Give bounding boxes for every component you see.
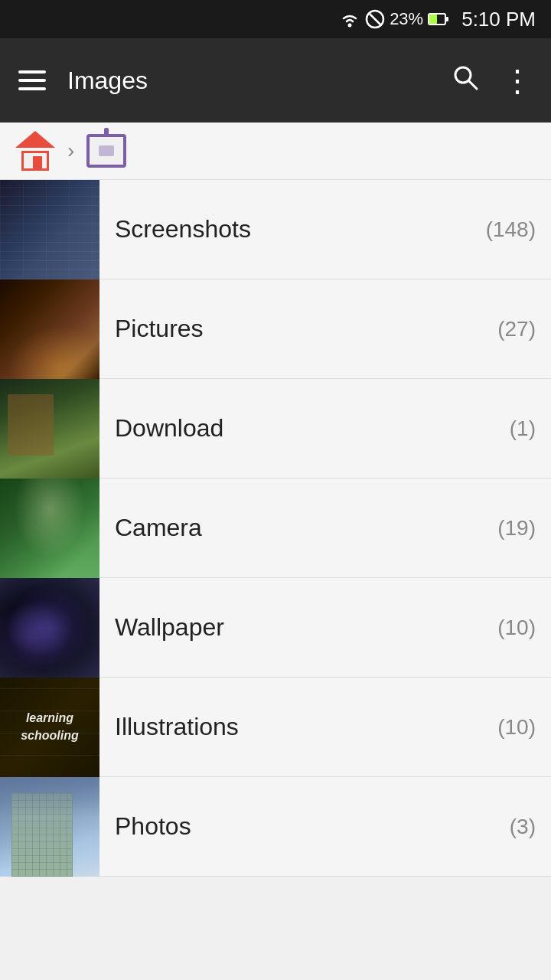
svg-rect-4: [445, 17, 448, 21]
toolbar-title: Images: [67, 67, 148, 95]
menu-button[interactable]: [18, 70, 46, 90]
toolbar: Images ⋮: [0, 38, 551, 122]
folder-name: Pictures: [115, 315, 204, 343]
more-button[interactable]: ⋮: [502, 65, 533, 96]
search-button[interactable]: [452, 64, 479, 97]
folder-count: (3): [510, 815, 536, 839]
list-item[interactable]: Download (1): [0, 379, 551, 479]
folder-count: (148): [486, 217, 536, 242]
folder-count: (1): [510, 416, 536, 441]
list-item[interactable]: Pictures (27): [0, 279, 551, 379]
folder-list: Screenshots (148) Pictures (27) Download…: [0, 180, 551, 877]
folder-name: Camera: [115, 514, 202, 542]
thumbnail-screenshots: [0, 180, 99, 279]
svg-point-0: [348, 24, 352, 28]
building-shape: [11, 792, 73, 877]
list-item-info: Photos (3): [99, 812, 551, 841]
toolbar-left: Images: [18, 67, 148, 95]
list-item-info: Camera (19): [99, 514, 551, 542]
breadcrumb: ›: [0, 122, 551, 180]
list-item-info: Pictures (27): [99, 315, 551, 343]
status-bar: 23% 5:10 PM: [0, 0, 551, 38]
folder-name: Wallpaper: [115, 613, 224, 642]
thumbnail-camera: [0, 479, 99, 578]
status-icons: 23%: [339, 9, 449, 29]
chalk-text: learningschooling: [21, 710, 79, 744]
svg-line-2: [369, 13, 381, 25]
list-item[interactable]: Wallpaper (10): [0, 578, 551, 678]
list-item[interactable]: Camera (19): [0, 479, 551, 578]
list-item[interactable]: Photos (3): [0, 777, 551, 877]
thumbnail-wallpaper: [0, 578, 99, 678]
folder-count: (10): [497, 715, 536, 740]
blocked-icon: [365, 9, 385, 29]
folder-count: (10): [497, 616, 536, 640]
wifi-icon: [339, 11, 360, 28]
list-item-info: Screenshots (148): [99, 215, 551, 243]
folder-name: Screenshots: [115, 215, 251, 243]
images-folder-icon[interactable]: [86, 134, 126, 168]
status-time: 5:10 PM: [461, 8, 536, 31]
list-item-info: Download (1): [99, 414, 551, 443]
list-item-info: Wallpaper (10): [99, 613, 551, 642]
list-item[interactable]: learningschooling Illustrations (10): [0, 678, 551, 777]
thumbnail-illustrations: learningschooling: [0, 678, 99, 777]
thumbnail-pictures: [0, 279, 99, 379]
thumbnail-download: [0, 379, 99, 479]
folder-name: Photos: [115, 812, 191, 841]
folder-count: (19): [497, 516, 536, 541]
thumbnail-photos: [0, 777, 99, 877]
home-icon[interactable]: [15, 131, 55, 171]
folder-name: Illustrations: [115, 713, 239, 741]
list-item-info: Illustrations (10): [99, 713, 551, 741]
toolbar-right: ⋮: [452, 64, 533, 97]
battery-percent: 23%: [390, 9, 423, 29]
battery-icon: [428, 11, 449, 27]
folder-count: (27): [497, 317, 536, 341]
folder-name: Download: [115, 414, 223, 443]
list-item[interactable]: Screenshots (148): [0, 180, 551, 279]
svg-line-10: [469, 81, 477, 89]
breadcrumb-separator: ›: [67, 139, 74, 163]
